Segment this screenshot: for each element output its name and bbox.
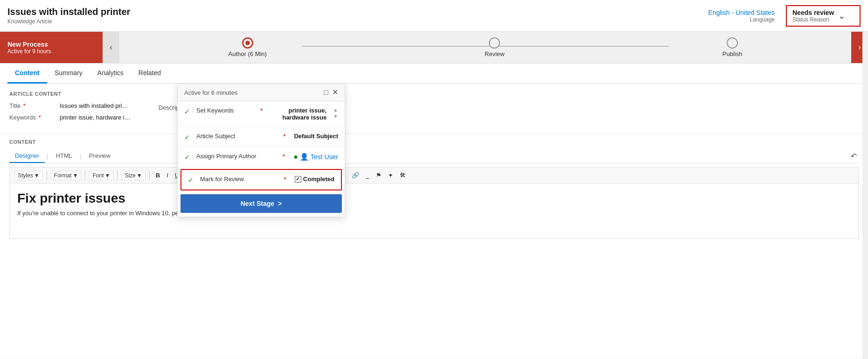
process-prev-button[interactable]: ‹: [103, 32, 119, 63]
popup-actions: □ ✕: [324, 89, 338, 96]
popup-overlay: Active for 6 minutes □ ✕ ✓ Set Keywords …: [0, 84, 868, 359]
stage-author[interactable]: Author (6 Min): [229, 37, 267, 57]
author-user-icon: 👤: [300, 153, 309, 161]
process-stage-time: Active for 9 hours: [7, 48, 95, 55]
step-author-value: ● 👤 Test User: [293, 153, 338, 161]
completed-checkbox[interactable]: ✓: [295, 176, 301, 183]
next-stage-button[interactable]: Next Stage >: [181, 194, 342, 213]
step-review-value[interactable]: ✓ Completed: [295, 176, 334, 183]
step-keywords-value: printer issue,: [288, 107, 326, 114]
popup-body: ✓ Set Keywords * printer issue, hardware…: [178, 101, 345, 213]
popup-step-mark-review-wrapper: ✓ Mark for Review * ✓ Completed: [181, 169, 342, 190]
author-status-dot: ●: [293, 153, 298, 161]
step-author-required-star: *: [283, 153, 285, 160]
main-content: ARTICLE CONTENT Title * Issues with inst…: [0, 84, 868, 359]
language-value[interactable]: English - United States: [708, 9, 775, 16]
stage-publish-circle: [727, 37, 738, 49]
app-header: Issues with installed printer Knowledge …: [0, 0, 868, 32]
popup-step-keywords: ✓ Set Keywords * printer issue, hardware…: [178, 101, 345, 127]
scroll-down-icon[interactable]: ▼: [333, 113, 338, 119]
stage-review[interactable]: Review: [485, 37, 505, 57]
step-subject-check-icon: ✓: [184, 134, 192, 141]
status-chevron-down-icon[interactable]: ⌄: [838, 11, 845, 21]
step-keywords-required-star: *: [260, 107, 263, 114]
status-label: Status Reason: [792, 16, 834, 23]
stage-author-label: Author (6 Min): [229, 50, 267, 57]
article-subtitle: Knowledge Article: [7, 18, 130, 25]
next-stage-chevron-icon: >: [278, 200, 282, 207]
step-review-required-star: *: [284, 176, 286, 183]
step-subject-required-star: *: [283, 133, 285, 140]
popup-title: Active for 6 minutes: [184, 89, 237, 96]
popup-header: Active for 6 minutes □ ✕: [178, 84, 345, 101]
tabs-bar: Content Summary Analytics Related: [0, 63, 868, 84]
stage-publish[interactable]: Publish: [722, 37, 743, 57]
step-keywords-check-icon: ✓: [184, 108, 192, 115]
step-subject-label: Article Subject: [196, 133, 275, 140]
tab-summary[interactable]: Summary: [47, 63, 90, 84]
step-subject-value: Default Subject: [294, 133, 338, 140]
language-label: Language: [708, 16, 775, 23]
step-author-label: Assign Primary Author: [196, 153, 274, 160]
tab-related[interactable]: Related: [131, 63, 168, 84]
step-keywords-value2: hardware issue: [282, 114, 326, 121]
popup-step-subject: ✓ Article Subject * Default Subject: [178, 127, 345, 147]
step-review-label: Mark for Review: [200, 176, 275, 183]
popup: Active for 6 minutes □ ✕ ✓ Set Keywords …: [177, 84, 345, 217]
status-reason-box[interactable]: Needs review Status Reason ⌄: [786, 5, 861, 27]
popup-step-mark-review: ✓ Mark for Review * ✓ Completed: [181, 170, 341, 190]
stage-review-label: Review: [485, 50, 505, 57]
language-section[interactable]: English - United States Language: [708, 9, 775, 23]
step-author-check-icon: ✓: [184, 154, 192, 161]
popup-close-button[interactable]: ✕: [332, 89, 338, 96]
tab-analytics[interactable]: Analytics: [90, 63, 131, 84]
scroll-up-icon[interactable]: ▲: [333, 107, 338, 113]
step-review-check-icon: ✓: [188, 176, 195, 184]
process-stage-name: New Process: [7, 41, 95, 48]
process-stage-label: New Process Active for 9 hours: [0, 32, 103, 63]
popup-step-author: ✓ Assign Primary Author * ● 👤 Test User: [178, 147, 345, 167]
completed-label: Completed: [303, 176, 334, 183]
header-right: English - United States Language Needs r…: [708, 5, 861, 27]
status-value: Needs review: [792, 9, 834, 16]
stage-publish-label: Publish: [722, 50, 743, 57]
next-stage-label: Next Stage: [241, 200, 274, 207]
step-keywords-label: Set Keywords: [196, 107, 252, 114]
header-left: Issues with installed printer Knowledge …: [7, 7, 130, 25]
author-user-name[interactable]: Test User: [311, 153, 338, 161]
stage-review-circle: [489, 37, 500, 49]
article-title: Issues with installed printer: [7, 7, 130, 17]
status-reason-text: Needs review Status Reason: [792, 9, 834, 23]
stages-track: Author (6 Min) Review Publish: [119, 32, 851, 63]
process-bar: New Process Active for 9 hours ‹ Author …: [0, 32, 868, 63]
stage-author-circle: [242, 37, 253, 49]
popup-expand-button[interactable]: □: [324, 89, 328, 96]
tab-content[interactable]: Content: [7, 63, 47, 84]
